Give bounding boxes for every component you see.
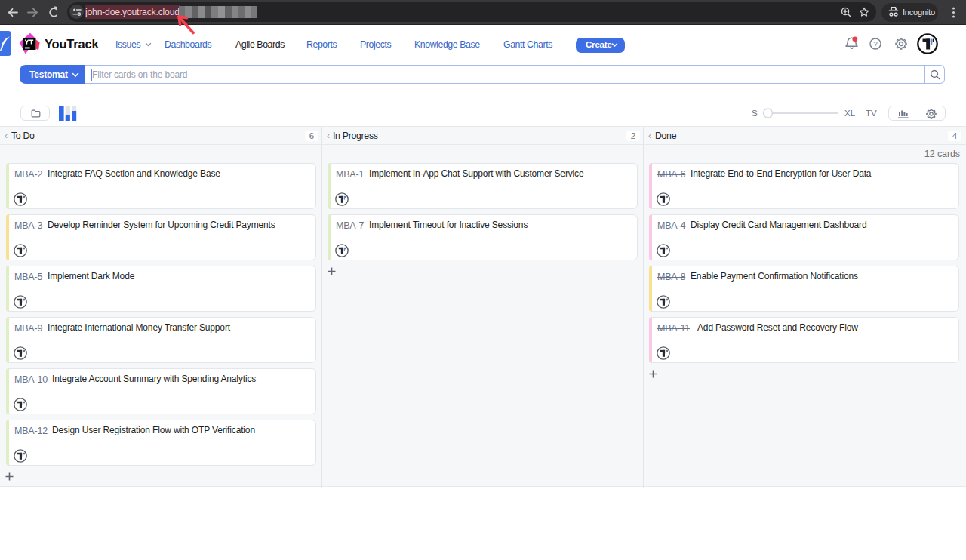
svg-text:?: ? xyxy=(874,39,878,48)
